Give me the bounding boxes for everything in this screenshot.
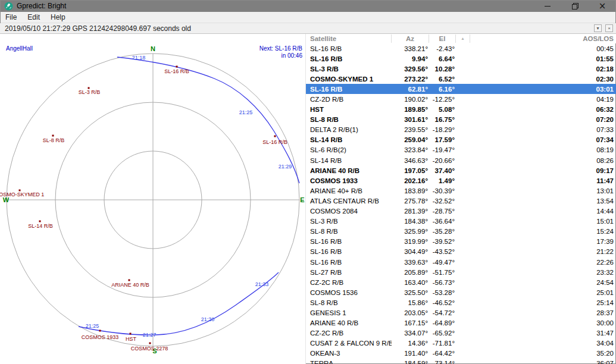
cell-el: -39.52° [429, 238, 456, 245]
table-row[interactable]: SL-6 R/B(2)323.84°-19.47°08:19 [306, 145, 616, 155]
table-row[interactable]: DELTA 2 R/B(1)239.55°-18.29°07:33 [306, 125, 616, 135]
table-row[interactable]: SL-16 R/B304.49°-43.52°21:22 [306, 247, 616, 257]
table-row[interactable]: SL-14 R/B259.04°17.59°07:34 [306, 135, 616, 145]
table-row[interactable]: ARIANE 40 R/B167.15°-64.89°30:00 [306, 318, 616, 328]
restore-button[interactable] [561, 0, 589, 12]
cell-aoslos: 00:45 [470, 45, 616, 52]
table-row[interactable]: TERRA184.59°-73.14°36:07 [306, 359, 616, 364]
compass-e-label: E [300, 196, 304, 203]
close-button[interactable]: × [589, 0, 616, 12]
table-row[interactable]: GENESIS 1203.05°-54.72°28:37 [306, 307, 616, 318]
menu-help[interactable]: Help [45, 12, 71, 23]
cell-az: 339.63° [392, 259, 429, 266]
table-row[interactable]: CZ-2C R/B163.40°-56.73°24:54 [306, 277, 616, 287]
table-row[interactable]: ARIANE 40 R/B197.05°37.40°09:17 [306, 165, 616, 175]
cell-el: -2.43° [429, 45, 456, 52]
table-row[interactable]: SL-3 R/B184.38°-36.64°15:01 [306, 216, 616, 227]
cell-aoslos: 13:54 [470, 197, 616, 205]
table-row[interactable]: CZ-2C R/B334.07°-65.92°31:47 [306, 328, 616, 338]
cell-aoslos: 25:01 [470, 289, 616, 296]
table-row[interactable]: SL-3 R/B329.56°10.28°02:18 [306, 64, 616, 74]
table-row[interactable]: SL-8 R/B15.86°-46.52°25:14 [306, 297, 616, 307]
cell-az: 329.56° [392, 65, 429, 73]
menu-file[interactable]: File [0, 12, 22, 23]
header-el[interactable]: El [429, 34, 456, 43]
module-options-button[interactable]: ▾ [594, 24, 602, 32]
table-row[interactable]: CZ-2D R/B190.02°-12.25°04:19 [306, 94, 616, 104]
menu-edit[interactable]: Edit [22, 12, 45, 23]
sort-indicator-icon[interactable]: ▲ [456, 34, 470, 43]
table-row[interactable]: SL-16 R/B9.94°6.64°01:55 [306, 54, 616, 64]
table-row[interactable]: HST189.85°5.08°06:32 [306, 105, 616, 115]
cell-el: -28.75° [429, 208, 456, 215]
table-row[interactable]: SL-8 R/B301.61°16.75°07:20 [306, 115, 616, 125]
satellite-label: COSMO-SKYMED 1 [0, 192, 44, 197]
cell-az: 325.99° [392, 228, 429, 235]
header-az[interactable]: Az [392, 34, 429, 43]
table-row[interactable]: SL-16 R/B338.21°-2.43°00:45 [306, 43, 616, 54]
table-row[interactable]: SL-27 R/B205.89°-51.75°23:32 [306, 267, 616, 277]
cell-satellite: SL-16 R/B [306, 259, 392, 266]
window-title: Gpredict: Bright [17, 2, 66, 10]
module-content: AngellHallNext: SL-16 R/Bin 00:4621:1821… [0, 34, 616, 364]
table-body: SL-16 R/B338.21°-2.43°00:45SL-16 R/B9.94… [306, 43, 616, 364]
time-display: 2019/05/10 21:27:29 GPS 212424298049.697… [5, 24, 191, 33]
cell-satellite: SL-14 R/B [306, 157, 392, 164]
gpredict-app-icon [4, 2, 13, 11]
cell-az: 62.81° [392, 86, 429, 93]
cell-az: 319.99° [392, 238, 429, 245]
cell-el: 10.28° [429, 65, 456, 73]
table-row[interactable]: SL-16 R/B62.81°6.16°03:01 [306, 84, 616, 94]
table-row[interactable]: ARIANE 40+ R/B183.89°-30.39°13:01 [306, 186, 616, 196]
minimize-button[interactable] [534, 0, 561, 12]
satellite-marker[interactable] [39, 221, 41, 222]
cell-az: 15.86° [392, 299, 429, 306]
table-row[interactable]: COSMOS 1536325.50°-53.28°25:01 [306, 287, 616, 297]
header-aoslos[interactable]: AOS/LOS [470, 35, 616, 42]
cell-az: 197.05° [392, 167, 429, 174]
satellite-marker[interactable] [176, 66, 178, 68]
cell-aoslos: 09:17 [470, 167, 616, 174]
next-event-countdown: in 00:46 [281, 52, 302, 59]
satellite-label: SL-14 R/B [28, 223, 53, 229]
cell-aoslos: 14:44 [470, 208, 616, 215]
module-header: 2019/05/10 21:27:29 GPS 212424298049.697… [0, 23, 616, 34]
track-time-label: 21:25 [239, 109, 253, 115]
header-satellite[interactable]: Satellite [306, 34, 392, 43]
table-row[interactable]: SL-14 R/B346.63°-20.66°08:26 [306, 155, 616, 165]
cell-az: 338.21° [392, 45, 429, 52]
table-row[interactable]: COSMOS 2084281.39°-28.75°14:44 [306, 206, 616, 216]
satellite-label: SL-8 R/B [43, 137, 65, 143]
satellite-label: COSMOS 1933 [82, 334, 119, 340]
cell-satellite: SL-16 R/B [306, 45, 392, 52]
satellite-label: ARIANE 40 R/B [111, 282, 149, 288]
satellite-marker[interactable] [99, 330, 101, 332]
table-row[interactable]: SL-8 R/B325.99°-35.28°15:24 [306, 227, 616, 237]
table-row[interactable]: OKEAN-3191.40°-64.42°35:20 [306, 349, 616, 359]
table-row[interactable]: SL-16 R/B319.99°-39.52°17:39 [306, 237, 616, 247]
table-row[interactable]: COSMOS 1933202.16°1.49°11:47 [306, 175, 616, 186]
table-row[interactable]: COSMO-SKYMED 1273.22°6.52°02:30 [306, 74, 616, 84]
satellite-marker[interactable] [129, 280, 130, 281]
satellite-marker[interactable] [149, 343, 151, 344]
sky-track [79, 272, 279, 335]
cell-aoslos: 03:01 [470, 86, 616, 93]
cell-el: -32.52° [429, 197, 456, 205]
module-close-button[interactable]: × [605, 24, 613, 32]
table-row[interactable]: CUSAT 2 & FALCON 9 R/B14.36°-71.81°34:04 [306, 338, 616, 349]
cell-el: -36.64° [429, 218, 456, 225]
cell-satellite: SL-6 R/B(2) [306, 146, 392, 153]
track-time-label: 21:30 [201, 316, 215, 322]
cell-el: -54.72° [429, 309, 456, 316]
cell-az: 202.16° [392, 177, 429, 184]
satellite-marker[interactable] [274, 136, 276, 137]
cell-el: -65.92° [429, 330, 456, 337]
cell-aoslos: 11:47 [470, 177, 616, 184]
cell-satellite: TERRA [306, 360, 392, 364]
cell-aoslos: 22:26 [470, 259, 616, 266]
table-row[interactable]: ATLAS CENTAUR R/B275.78°-32.52°13:54 [306, 196, 616, 206]
satellite-marker[interactable] [52, 135, 54, 137]
table-row[interactable]: SL-16 R/B339.63°-49.47°22:26 [306, 257, 616, 267]
satellite-marker[interactable] [130, 333, 132, 335]
cell-az: 301.61° [392, 116, 429, 123]
